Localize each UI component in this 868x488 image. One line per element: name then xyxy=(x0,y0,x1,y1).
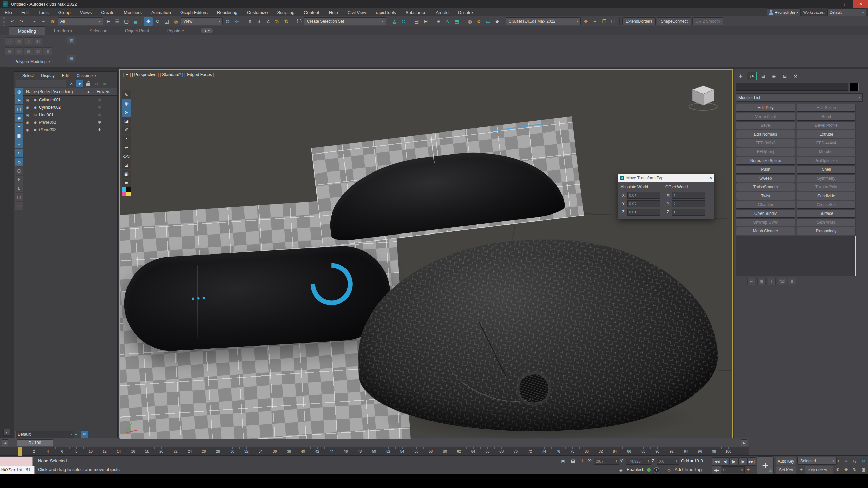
scene-explorer-menu-item[interactable]: Customize xyxy=(73,73,99,78)
display-groups-icon[interactable]: ⊡ xyxy=(15,202,23,210)
utilities-tab-icon[interactable]: ⚒ xyxy=(791,72,800,80)
make-unique-icon[interactable]: ∗ xyxy=(768,278,776,285)
search-input[interactable] xyxy=(16,80,66,87)
explorer-config-icon[interactable]: ≣ xyxy=(72,431,80,438)
macro-recorder-field[interactable] xyxy=(0,457,33,466)
enabled-green-dot[interactable] xyxy=(647,468,651,472)
modifier-button[interactable]: Extrude xyxy=(797,130,856,138)
modifier-button[interactable]: Symmetry xyxy=(797,174,856,182)
toolbar-drag-handle[interactable] xyxy=(3,17,5,26)
select-rotate-icon[interactable]: ↻ xyxy=(153,17,162,26)
display-geometry-icon[interactable]: ◳ xyxy=(15,105,23,113)
render-setup-icon[interactable]: ⚙ xyxy=(475,17,483,26)
rendered-frame-icon[interactable]: ▭ xyxy=(484,17,492,26)
modifier-button[interactable]: Morpher xyxy=(797,148,856,156)
display-helpers-icon[interactable]: △ xyxy=(15,140,23,148)
menu-item[interactable]: Ornatrix xyxy=(453,8,478,16)
menu-item[interactable]: Customize xyxy=(242,8,272,16)
modifier-button[interactable]: VertexPaint xyxy=(736,113,795,121)
close-button[interactable]: ✕ xyxy=(853,0,868,8)
modifier-button[interactable]: Twist xyxy=(736,192,795,200)
select-object-icon[interactable]: ➤ xyxy=(104,17,112,26)
modifier-list-dropdown[interactable]: Modifier List ▾ xyxy=(736,93,863,102)
cursor-icon[interactable]: ➤ xyxy=(122,108,131,117)
modifier-button[interactable]: Skin Wrap xyxy=(797,218,856,226)
scene-explorer-menu-item[interactable]: Edit xyxy=(58,73,73,78)
clear-search-icon[interactable]: ✕ xyxy=(67,80,75,87)
curve-editor-icon[interactable]: ∿ xyxy=(443,17,452,26)
menu-item[interactable]: Create xyxy=(96,8,119,16)
undo-icon[interactable]: ↶ xyxy=(8,17,17,26)
key-step-toggle[interactable]: ◀▶ xyxy=(712,466,721,474)
absolute-y-field[interactable]: 0.0▲▼ xyxy=(627,200,660,207)
key-filters-button[interactable]: Key Filters... xyxy=(805,466,833,474)
modify-tab-icon[interactable]: ◔ xyxy=(747,72,757,80)
display-hidden-icon[interactable]: L xyxy=(15,184,23,192)
offset-y-field[interactable]: ▲▼ xyxy=(672,200,705,207)
extend-borders-button[interactable]: ExtendBorders xyxy=(622,17,656,25)
keyboard-override-icon[interactable]: ⇧ xyxy=(245,17,254,26)
tab-populate[interactable]: Populate xyxy=(158,26,193,35)
menu-item[interactable]: rapidTools xyxy=(371,8,401,16)
viewport-label[interactable]: [ + ] [ Perspective ] [ Standard* ] [ Ed… xyxy=(123,72,214,77)
view-cube[interactable] xyxy=(687,82,719,116)
time-slider-track[interactable]: ◀ 0 / 100 ▶ xyxy=(0,438,749,447)
tab-modeling[interactable]: Modeling xyxy=(9,26,45,35)
previous-frame-button[interactable]: ◀| xyxy=(721,457,730,466)
window-crossing-icon[interactable]: ▣ xyxy=(131,17,140,26)
zoom-extents-icon[interactable]: ◎ xyxy=(851,457,859,465)
import-scene-icon[interactable]: ❖ xyxy=(581,17,590,26)
menu-item[interactable]: Edit xyxy=(17,8,34,16)
open-mini-curve-editor-button[interactable]: ▸ xyxy=(3,429,10,436)
select-scale-icon[interactable]: ◱ xyxy=(162,17,171,26)
modifier-button[interactable]: Surface xyxy=(797,209,856,218)
field-of-view-icon[interactable]: ∢ xyxy=(833,466,841,473)
list-item[interactable]: ◉ ● Cylinder002 ❄ xyxy=(24,104,117,111)
modifier-stack-list[interactable] xyxy=(736,236,856,276)
motion-tab-icon[interactable]: ◉ xyxy=(769,72,778,80)
modifier-button[interactable]: CreaseSet xyxy=(797,201,856,209)
object-name[interactable]: Line001 xyxy=(39,113,90,117)
expand-tree-icon[interactable]: ⊞ xyxy=(101,80,108,87)
pan-icon[interactable]: ✥ xyxy=(842,466,850,473)
modifier-button[interactable]: FFD 3x3x3 xyxy=(736,139,795,147)
ribbon-tool-icon[interactable]: ◫ xyxy=(24,37,33,45)
shield-icon[interactable]: ◈ xyxy=(617,466,625,474)
next-frame-button[interactable]: |▶ xyxy=(738,457,747,466)
toggle-layers-icon[interactable]: ⊞ xyxy=(421,17,430,26)
select-place-icon[interactable]: ◎ xyxy=(172,17,180,26)
eraser-icon[interactable]: ◪ xyxy=(122,117,131,125)
quill-icon[interactable]: ✎ xyxy=(122,90,131,99)
zoom-extents-all-icon[interactable]: ⊛ xyxy=(860,457,867,465)
modifier-button[interactable]: Bevel Profile xyxy=(797,121,856,129)
auto-key-button[interactable]: Auto Key xyxy=(776,457,796,465)
color-swatch-cmyk[interactable] xyxy=(122,187,131,196)
key-mode-dropdown[interactable]: Selected ▾ xyxy=(797,457,837,465)
dot-icon[interactable]: • xyxy=(122,135,131,143)
display-bones-icon[interactable]: ◇ xyxy=(15,158,23,166)
tab-object-paint[interactable]: Object Paint xyxy=(116,26,158,35)
absolute-x-field[interactable]: 0.0▲▼ xyxy=(627,192,660,199)
pivot-center-icon[interactable]: ⊙ xyxy=(223,17,232,26)
go-to-start-button[interactable]: |◀◀ xyxy=(712,457,721,466)
list-item[interactable]: ◉ ● Plane001 ❄ xyxy=(24,119,117,126)
lock-icon[interactable] xyxy=(84,80,92,87)
object-name-field[interactable] xyxy=(736,83,848,91)
current-frame-field[interactable]: 0▲▼ xyxy=(722,466,745,473)
display-spacewarps-icon[interactable]: ≈ xyxy=(15,149,23,157)
display-frozen-icon[interactable]: F xyxy=(15,176,23,184)
named-selection-sets-icon[interactable]: {·} xyxy=(295,17,303,26)
trash-icon[interactable]: ⌫ xyxy=(122,152,131,161)
modifier-button[interactable]: Push xyxy=(736,165,795,174)
key-mode-icon[interactable]: ✦ xyxy=(745,466,752,473)
time-slider-button[interactable]: 0 / 100 xyxy=(17,439,53,446)
ribbon-tool-icon[interactable]: ▧ xyxy=(34,47,42,55)
menu-item[interactable]: Arnold xyxy=(431,8,453,16)
menu-item[interactable]: Group xyxy=(54,8,75,16)
merge-scene-icon[interactable]: ✦ xyxy=(591,17,599,26)
modifier-button[interactable]: Sweep xyxy=(736,174,795,182)
modifier-button[interactable]: Retopology xyxy=(797,227,856,235)
ribbon-blue-tool-icon[interactable]: ▥ xyxy=(67,37,76,44)
region-select-icon[interactable]: ▢ xyxy=(122,17,131,26)
display-shapes-icon[interactable]: ◉ xyxy=(15,114,23,122)
